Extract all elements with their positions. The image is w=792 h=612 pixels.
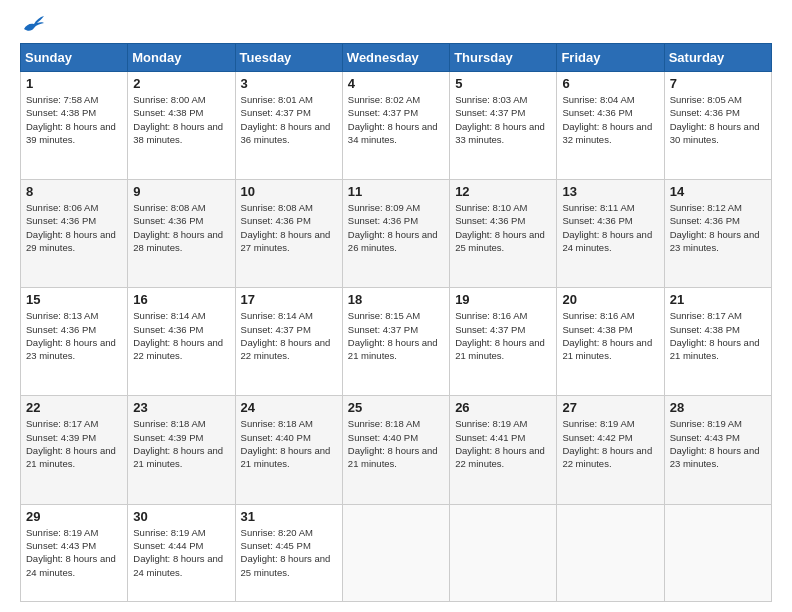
sunrise-label: Sunrise: 8:19 AM xyxy=(670,418,742,429)
sunrise-label: Sunrise: 8:20 AM xyxy=(241,527,313,538)
cell-content: Sunrise: 8:00 AM Sunset: 4:38 PM Dayligh… xyxy=(133,93,229,146)
sunset-label: Sunset: 4:40 PM xyxy=(348,432,418,443)
day-number: 15 xyxy=(26,292,122,307)
calendar-week-row: 29 Sunrise: 8:19 AM Sunset: 4:43 PM Dayl… xyxy=(21,504,772,601)
day-number: 8 xyxy=(26,184,122,199)
daylight-label: Daylight: 8 hours and 24 minutes. xyxy=(133,553,223,577)
calendar-cell: 29 Sunrise: 8:19 AM Sunset: 4:43 PM Dayl… xyxy=(21,504,128,601)
daylight-label: Daylight: 8 hours and 21 minutes. xyxy=(133,445,223,469)
cell-content: Sunrise: 8:19 AM Sunset: 4:41 PM Dayligh… xyxy=(455,417,551,470)
sunset-label: Sunset: 4:36 PM xyxy=(455,215,525,226)
calendar-cell: 2 Sunrise: 8:00 AM Sunset: 4:38 PM Dayli… xyxy=(128,72,235,180)
cell-content: Sunrise: 7:58 AM Sunset: 4:38 PM Dayligh… xyxy=(26,93,122,146)
cell-content: Sunrise: 8:11 AM Sunset: 4:36 PM Dayligh… xyxy=(562,201,658,254)
day-number: 30 xyxy=(133,509,229,524)
sunset-label: Sunset: 4:36 PM xyxy=(562,215,632,226)
calendar-cell: 22 Sunrise: 8:17 AM Sunset: 4:39 PM Dayl… xyxy=(21,396,128,504)
sunrise-label: Sunrise: 8:01 AM xyxy=(241,94,313,105)
sunset-label: Sunset: 4:45 PM xyxy=(241,540,311,551)
sunset-label: Sunset: 4:42 PM xyxy=(562,432,632,443)
cell-content: Sunrise: 8:02 AM Sunset: 4:37 PM Dayligh… xyxy=(348,93,444,146)
daylight-label: Daylight: 8 hours and 21 minutes. xyxy=(348,337,438,361)
day-number: 3 xyxy=(241,76,337,91)
cell-content: Sunrise: 8:09 AM Sunset: 4:36 PM Dayligh… xyxy=(348,201,444,254)
sunrise-label: Sunrise: 8:19 AM xyxy=(562,418,634,429)
calendar-cell: 10 Sunrise: 8:08 AM Sunset: 4:36 PM Dayl… xyxy=(235,180,342,288)
cell-content: Sunrise: 8:06 AM Sunset: 4:36 PM Dayligh… xyxy=(26,201,122,254)
cell-content: Sunrise: 8:19 AM Sunset: 4:42 PM Dayligh… xyxy=(562,417,658,470)
calendar-cell: 30 Sunrise: 8:19 AM Sunset: 4:44 PM Dayl… xyxy=(128,504,235,601)
daylight-label: Daylight: 8 hours and 27 minutes. xyxy=(241,229,331,253)
day-number: 10 xyxy=(241,184,337,199)
cell-content: Sunrise: 8:20 AM Sunset: 4:45 PM Dayligh… xyxy=(241,526,337,579)
sunset-label: Sunset: 4:37 PM xyxy=(241,107,311,118)
calendar-cell: 8 Sunrise: 8:06 AM Sunset: 4:36 PM Dayli… xyxy=(21,180,128,288)
cell-content: Sunrise: 8:15 AM Sunset: 4:37 PM Dayligh… xyxy=(348,309,444,362)
day-number: 22 xyxy=(26,400,122,415)
day-header-saturday: Saturday xyxy=(664,44,771,72)
cell-content: Sunrise: 8:05 AM Sunset: 4:36 PM Dayligh… xyxy=(670,93,766,146)
day-number: 31 xyxy=(241,509,337,524)
calendar-cell xyxy=(342,504,449,601)
cell-content: Sunrise: 8:18 AM Sunset: 4:40 PM Dayligh… xyxy=(241,417,337,470)
calendar-cell xyxy=(450,504,557,601)
calendar-cell: 27 Sunrise: 8:19 AM Sunset: 4:42 PM Dayl… xyxy=(557,396,664,504)
calendar-table: SundayMondayTuesdayWednesdayThursdayFrid… xyxy=(20,43,772,602)
sunrise-label: Sunrise: 8:08 AM xyxy=(241,202,313,213)
daylight-label: Daylight: 8 hours and 25 minutes. xyxy=(241,553,331,577)
cell-content: Sunrise: 8:19 AM Sunset: 4:43 PM Dayligh… xyxy=(26,526,122,579)
daylight-label: Daylight: 8 hours and 23 minutes. xyxy=(26,337,116,361)
day-number: 1 xyxy=(26,76,122,91)
cell-content: Sunrise: 8:16 AM Sunset: 4:37 PM Dayligh… xyxy=(455,309,551,362)
calendar-cell: 5 Sunrise: 8:03 AM Sunset: 4:37 PM Dayli… xyxy=(450,72,557,180)
calendar-cell: 25 Sunrise: 8:18 AM Sunset: 4:40 PM Dayl… xyxy=(342,396,449,504)
day-number: 17 xyxy=(241,292,337,307)
day-number: 13 xyxy=(562,184,658,199)
day-header-monday: Monday xyxy=(128,44,235,72)
sunrise-label: Sunrise: 8:05 AM xyxy=(670,94,742,105)
sunset-label: Sunset: 4:44 PM xyxy=(133,540,203,551)
cell-content: Sunrise: 8:14 AM Sunset: 4:36 PM Dayligh… xyxy=(133,309,229,362)
day-header-tuesday: Tuesday xyxy=(235,44,342,72)
daylight-label: Daylight: 8 hours and 34 minutes. xyxy=(348,121,438,145)
header xyxy=(20,15,772,33)
day-number: 19 xyxy=(455,292,551,307)
page: SundayMondayTuesdayWednesdayThursdayFrid… xyxy=(0,0,792,612)
cell-content: Sunrise: 8:19 AM Sunset: 4:44 PM Dayligh… xyxy=(133,526,229,579)
sunrise-label: Sunrise: 8:19 AM xyxy=(133,527,205,538)
day-number: 25 xyxy=(348,400,444,415)
day-number: 24 xyxy=(241,400,337,415)
cell-content: Sunrise: 8:12 AM Sunset: 4:36 PM Dayligh… xyxy=(670,201,766,254)
day-header-wednesday: Wednesday xyxy=(342,44,449,72)
sunrise-label: Sunrise: 8:19 AM xyxy=(26,527,98,538)
daylight-label: Daylight: 8 hours and 33 minutes. xyxy=(455,121,545,145)
sunrise-label: Sunrise: 8:18 AM xyxy=(241,418,313,429)
sunrise-label: Sunrise: 8:12 AM xyxy=(670,202,742,213)
daylight-label: Daylight: 8 hours and 24 minutes. xyxy=(26,553,116,577)
daylight-label: Daylight: 8 hours and 21 minutes. xyxy=(455,337,545,361)
sunset-label: Sunset: 4:38 PM xyxy=(133,107,203,118)
sunset-label: Sunset: 4:36 PM xyxy=(562,107,632,118)
daylight-label: Daylight: 8 hours and 21 minutes. xyxy=(670,337,760,361)
day-number: 5 xyxy=(455,76,551,91)
calendar-cell: 15 Sunrise: 8:13 AM Sunset: 4:36 PM Dayl… xyxy=(21,288,128,396)
daylight-label: Daylight: 8 hours and 25 minutes. xyxy=(455,229,545,253)
calendar-cell: 11 Sunrise: 8:09 AM Sunset: 4:36 PM Dayl… xyxy=(342,180,449,288)
cell-content: Sunrise: 8:16 AM Sunset: 4:38 PM Dayligh… xyxy=(562,309,658,362)
sunrise-label: Sunrise: 8:04 AM xyxy=(562,94,634,105)
calendar-cell: 7 Sunrise: 8:05 AM Sunset: 4:36 PM Dayli… xyxy=(664,72,771,180)
sunrise-label: Sunrise: 8:03 AM xyxy=(455,94,527,105)
calendar-cell: 6 Sunrise: 8:04 AM Sunset: 4:36 PM Dayli… xyxy=(557,72,664,180)
sunset-label: Sunset: 4:36 PM xyxy=(241,215,311,226)
calendar-cell: 16 Sunrise: 8:14 AM Sunset: 4:36 PM Dayl… xyxy=(128,288,235,396)
sunset-label: Sunset: 4:36 PM xyxy=(26,324,96,335)
sunset-label: Sunset: 4:36 PM xyxy=(26,215,96,226)
calendar-week-row: 15 Sunrise: 8:13 AM Sunset: 4:36 PM Dayl… xyxy=(21,288,772,396)
cell-content: Sunrise: 8:01 AM Sunset: 4:37 PM Dayligh… xyxy=(241,93,337,146)
day-number: 4 xyxy=(348,76,444,91)
sunset-label: Sunset: 4:39 PM xyxy=(133,432,203,443)
day-number: 20 xyxy=(562,292,658,307)
daylight-label: Daylight: 8 hours and 23 minutes. xyxy=(670,445,760,469)
day-number: 27 xyxy=(562,400,658,415)
sunset-label: Sunset: 4:37 PM xyxy=(241,324,311,335)
